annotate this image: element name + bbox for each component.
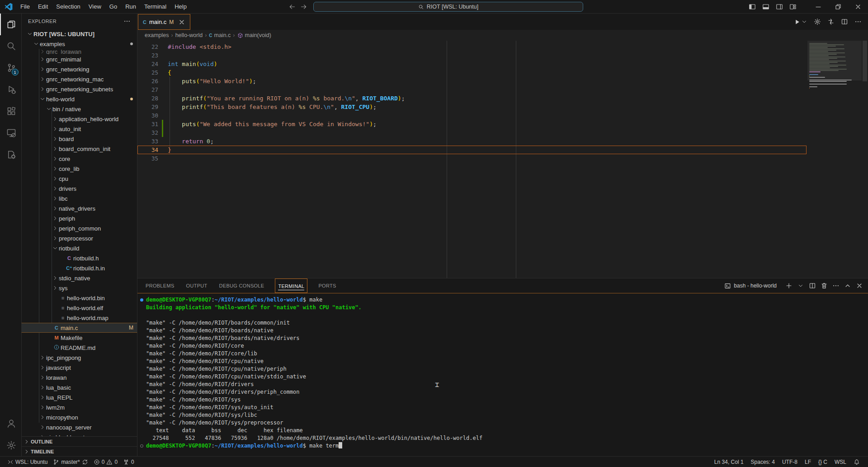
activity-manage[interactable] [0,434,22,456]
breadcrumb-item[interactable]: hello-world [175,32,203,38]
activity-run-and-debug[interactable] [0,79,22,100]
tree-item-native-drivers[interactable]: native_drivers [22,203,137,213]
tree-item-stdio-native[interactable]: stdio_native [22,273,137,283]
command-center[interactable]: RIOT [WSL: Ubuntu] [313,2,583,12]
activity-source-control[interactable]: 1 [0,57,22,79]
breadcrumb-item[interactable]: Cmain.c [209,32,231,38]
tree-item-lorawan[interactable]: lorawan [22,373,137,382]
tree-item-javascript[interactable]: javascript [22,363,137,373]
terminal-output[interactable]: demo@DESKTOP-VGP80Q7:~/RIOT/examples/hel… [137,293,868,456]
open-changes-button[interactable] [827,18,835,25]
tree-item-lua-repl[interactable]: lua_REPL [22,392,137,402]
tree-item-readme-md[interactable]: README.md [22,343,137,353]
cursor-position[interactable]: Ln 34, Col 1 [711,457,747,467]
tree-item-makefile[interactable]: MMakefile [22,333,137,343]
menu-terminal[interactable]: Terminal [140,0,170,14]
tree-item-nanocoap-server[interactable]: nanocoap_server [22,422,137,432]
command-decoration-pending[interactable] [140,444,143,448]
go-back-icon[interactable] [288,3,296,10]
tree-item-micropython[interactable]: micropython [22,412,137,422]
tree-item-auto-init[interactable]: auto_init [22,124,137,134]
tree-item-hello-world-elf[interactable]: ≡hello-world.elf [22,303,137,313]
panel-tab-ports[interactable]: PORTS [317,278,337,293]
tree-item-main-c[interactable]: Cmain.cM [22,323,137,333]
command-decoration-run[interactable] [140,298,143,302]
editor-scrollbar[interactable] [862,41,868,278]
tab-main-c[interactable]: C main.c M [138,14,190,30]
timeline-section-header[interactable]: TIMELINE [22,446,137,456]
maximize-panel-button[interactable] [843,281,853,291]
more-actions-button[interactable] [854,18,862,25]
encoding[interactable]: UTF-8 [778,457,801,467]
layout-sidebar-left-button[interactable] [749,3,756,10]
tree-item-hello-world-map[interactable]: ≡hello-world.map [22,313,137,323]
minimap[interactable] [807,41,862,278]
tree-item-lua-basic[interactable]: lua_basic [22,382,137,392]
layout-panel-button[interactable] [762,3,769,10]
layout-sidebar-right-button[interactable] [776,3,783,10]
tree-item-periph-common[interactable]: periph_common [22,223,137,233]
tree-item-riotbuild-h[interactable]: Criotbuild.h [22,253,137,263]
kill-terminal-button[interactable] [819,281,829,291]
indentation[interactable]: Spaces: 4 [747,457,778,467]
panel-tab-problems[interactable]: PROBLEMS [145,278,175,293]
activity-remote-explorer[interactable] [0,122,22,144]
explorer-more-actions-button[interactable] [123,18,131,25]
tree-item-periph[interactable]: periph [22,213,137,223]
activity-cpp-tools[interactable] [0,144,22,165]
tree-item-preprocessor[interactable]: preprocessor [22,233,137,243]
tree-item-nimble-bleuart[interactable]: nimble_bleuart [22,432,137,436]
tree-item-cpu[interactable]: cpu [22,174,137,184]
wsl-indicator[interactable]: WSL [831,457,850,467]
tree-item-gnrc-networking-mac[interactable]: gnrc_networking_mac [22,74,137,84]
tree-item-riotbuild-h-in[interactable]: C⁺riotbuild.h.in [22,263,137,273]
activity-search[interactable] [0,35,22,57]
tree-item-drivers[interactable]: drivers [22,184,137,193]
tree-item-ipc-pingpong[interactable]: ipc_pingpong [22,353,137,363]
minimize-button[interactable] [808,0,828,14]
menu-selection[interactable]: Selection [52,0,84,14]
tree-item-hello-world[interactable]: hello-world [22,94,137,104]
outline-section-header[interactable]: OUTLINE [22,436,137,446]
layout-customize-button[interactable] [789,3,797,10]
tree-item-sys[interactable]: sys [22,283,137,293]
tree-item-hello-world-bin[interactable]: ≡hello-world.bin [22,293,137,303]
activity-accounts[interactable] [0,413,22,434]
menu-go[interactable]: Go [105,0,121,14]
tree-item-examples[interactable]: examples [22,39,137,49]
menu-view[interactable]: View [85,0,105,14]
problems-status[interactable]: 0 0 [91,457,120,467]
tree-item-gnrc-networking[interactable]: gnrc_networking [22,64,137,74]
terminal-title[interactable]: bash - hello-world [734,283,777,289]
git-branch-status[interactable]: master* [50,457,90,467]
tree-item-core[interactable]: core [22,154,137,164]
settings-gear-button[interactable] [814,18,821,25]
tree-item-gnrc-lorawan[interactable]: gnrc_lorawan [22,49,137,54]
close-panel-button[interactable] [854,281,864,291]
tree-item-riot-wsl-ubuntu-[interactable]: RIOT [WSL: UBUNTU] [22,29,137,39]
tree-item-libc[interactable]: libc [22,193,137,203]
language-mode[interactable]: {} C [815,457,831,467]
activity-extensions[interactable] [0,100,22,122]
breadcrumb-item[interactable]: main(void) [237,32,271,38]
eol[interactable]: LF [801,457,815,467]
split-terminal-button[interactable] [807,281,817,291]
tree-item-application-hello-world[interactable]: application_hello-world [22,114,137,124]
close-window-button[interactable] [848,0,868,14]
menu-run[interactable]: Run [121,0,140,14]
minimap-slider[interactable] [807,41,862,80]
menu-edit[interactable]: Edit [34,0,52,14]
panel-tab-output[interactable]: OUTPUT [185,278,208,293]
tree-item-bin-native[interactable]: bin / native [22,104,137,114]
tree-item-board-common-init[interactable]: board_common_init [22,144,137,154]
go-forward-icon[interactable] [300,3,307,10]
tree-item-core-lib[interactable]: core_lib [22,164,137,174]
breadcrumb-item[interactable]: examples [145,32,169,38]
tree-item-riotbuild[interactable]: riotbuild [22,243,137,253]
tree-item-board[interactable]: board [22,134,137,144]
panel-tab-debug-console[interactable]: DEBUG CONSOLE [218,278,265,293]
terminal-more-button[interactable] [831,281,841,291]
menu-help[interactable]: Help [170,0,191,14]
notifications-bell[interactable] [850,457,863,467]
close-tab-button[interactable] [178,19,185,26]
